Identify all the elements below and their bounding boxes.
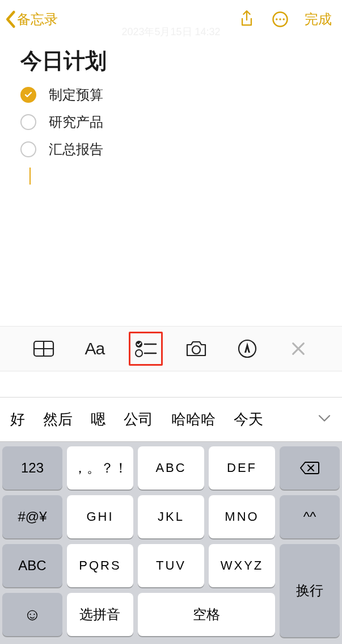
candidate-word[interactable]: 今天 — [234, 409, 263, 429]
candidate-word[interactable]: 哈哈哈 — [171, 409, 216, 429]
key-punct[interactable]: ，。？！ — [67, 446, 133, 490]
key-backspace[interactable] — [280, 446, 340, 490]
candidate-word[interactable]: 公司 — [124, 409, 153, 429]
table-icon — [33, 340, 54, 357]
format-toolbar: Aa — [0, 326, 342, 371]
key-pinyin[interactable]: 选拼音 — [67, 593, 133, 636]
key-123[interactable]: 123 — [2, 446, 62, 490]
svg-point-2 — [279, 18, 281, 20]
keyboard-accessory — [0, 371, 342, 398]
close-toolbar-button[interactable] — [281, 332, 315, 366]
camera-button[interactable] — [179, 332, 213, 366]
svg-point-11 — [192, 346, 200, 354]
svg-point-3 — [283, 18, 285, 20]
key-emoji[interactable]: ☺ — [2, 593, 62, 636]
text-cursor — [29, 168, 31, 185]
note-body[interactable]: 今日计划 制定预算研究产品汇总报告 — [0, 39, 342, 185]
keyboard: 好然后嗯公司哈哈哈今天 123 ，。？！ ABC DEF #@¥ GHI JKL… — [0, 371, 342, 644]
checkbox-empty-icon[interactable] — [20, 114, 36, 130]
svg-point-1 — [276, 18, 278, 20]
key-face[interactable]: ^^ — [280, 495, 340, 538]
close-icon — [290, 341, 306, 357]
aa-icon: Aa — [85, 339, 104, 358]
markup-icon — [238, 339, 257, 358]
camera-icon — [185, 340, 208, 358]
key-enter[interactable]: 换行 — [280, 544, 340, 637]
checklist-item-text[interactable]: 研究产品 — [49, 113, 103, 131]
candidate-bar: 好然后嗯公司哈哈哈今天 — [0, 398, 342, 442]
key-grid: 123 ，。？！ ABC DEF #@¥ GHI JKL MNO ^^ ABC … — [0, 442, 342, 644]
candidate-word[interactable]: 嗯 — [91, 409, 105, 429]
candidate-word[interactable]: 然后 — [43, 409, 73, 429]
key-pqrs[interactable]: PQRS — [67, 544, 133, 587]
key-symbols[interactable]: #@¥ — [2, 495, 62, 538]
text-format-button[interactable]: Aa — [78, 332, 112, 366]
checklist-button[interactable] — [129, 332, 163, 366]
key-wxyz[interactable]: WXYZ — [209, 544, 275, 587]
candidate-word[interactable]: 好 — [10, 409, 25, 429]
chevron-down-icon — [318, 415, 331, 423]
checklist-item[interactable]: 研究产品 — [20, 113, 322, 131]
checklist-item-text[interactable]: 制定预算 — [49, 86, 103, 104]
key-abc[interactable]: ABC — [138, 446, 204, 490]
checkbox-empty-icon[interactable] — [20, 141, 36, 157]
svg-point-9 — [136, 350, 142, 357]
key-abc-mode[interactable]: ABC — [2, 544, 62, 587]
key-space[interactable]: 空格 — [138, 593, 275, 636]
key-tuv[interactable]: TUV — [138, 544, 204, 587]
note-title[interactable]: 今日计划 — [20, 47, 322, 76]
backspace-icon — [299, 461, 320, 475]
emoji-icon: ☺ — [24, 605, 41, 624]
key-mno[interactable]: MNO — [209, 495, 275, 538]
table-button[interactable] — [27, 332, 61, 366]
key-ghi[interactable]: GHI — [67, 495, 133, 538]
markup-button[interactable] — [230, 332, 264, 366]
note-timestamp: 2023年5月15日 14:32 — [0, 25, 342, 39]
checkbox-checked-icon[interactable] — [20, 87, 36, 103]
candidate-expand-button[interactable] — [309, 415, 340, 425]
checklist-item[interactable]: 制定预算 — [20, 86, 322, 104]
checklist-item-text[interactable]: 汇总报告 — [49, 140, 103, 158]
key-def[interactable]: DEF — [209, 446, 275, 490]
checklist-icon — [134, 339, 157, 358]
key-jkl[interactable]: JKL — [138, 495, 204, 538]
checklist-item[interactable]: 汇总报告 — [20, 140, 322, 158]
